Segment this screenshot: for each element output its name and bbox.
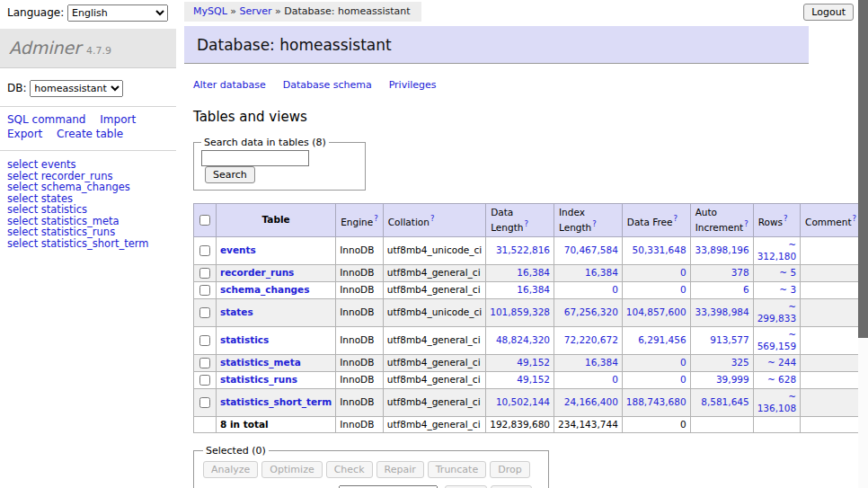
row-checkbox[interactable] — [199, 245, 210, 256]
cell-auto-increment[interactable]: 6 — [690, 281, 753, 298]
move-db-select[interactable]: homeassistant — [339, 485, 438, 488]
table-link-statistics-short-term[interactable]: statistics_short_term — [220, 396, 332, 407]
move-button[interactable]: Move — [445, 485, 488, 488]
breadcrumb-item-server[interactable]: Server — [240, 5, 272, 17]
action-link-alter-database[interactable]: Alter database — [193, 79, 266, 91]
check-button[interactable]: Check — [326, 461, 373, 478]
sidebar-link-sql-command[interactable]: SQL command — [7, 113, 85, 126]
language-select[interactable]: English — [67, 4, 168, 22]
row-checkbox[interactable] — [199, 397, 210, 408]
logout-button[interactable]: Logout — [803, 4, 854, 21]
cell-index-length[interactable]: 0 — [554, 281, 623, 298]
row-checkbox[interactable] — [199, 375, 210, 386]
cell-engine: InnoDB — [336, 298, 384, 326]
cell-rows[interactable]: ~ 299,833 — [753, 298, 800, 326]
sidebar-select-statistics[interactable]: select statistics — [7, 204, 176, 216]
table-link-schema-changes[interactable]: schema_changes — [220, 284, 310, 295]
total-row: 8 in totalInnoDButf8mb4_general_ci192,83… — [194, 416, 862, 432]
cell-auto-increment[interactable]: 8,581,645 — [690, 388, 753, 416]
cell-auto-increment[interactable]: 33,398,984 — [690, 298, 753, 326]
row-checkbox[interactable] — [199, 268, 210, 279]
cell-rows[interactable]: ~ 569,159 — [753, 326, 800, 354]
action-link-privileges[interactable]: Privileges — [389, 79, 437, 91]
table-link-statistics[interactable]: statistics — [220, 334, 269, 345]
row-checkbox[interactable] — [199, 307, 210, 318]
sidebar-select-schema-changes[interactable]: select schema_changes — [7, 182, 176, 193]
cell-rows[interactable]: ~ 5 — [753, 264, 800, 281]
cell-index-length[interactable]: 16,384 — [554, 354, 623, 371]
help-link[interactable]: ? — [853, 214, 857, 223]
help-link[interactable]: ? — [744, 219, 748, 228]
cell-index-length[interactable]: 72,220,672 — [554, 326, 623, 354]
cell-data-length[interactable]: 16,384 — [486, 281, 554, 298]
help-link[interactable]: ? — [784, 214, 788, 223]
cell-rows[interactable]: ~ 312,180 — [753, 236, 800, 264]
cell-data-free[interactable]: 0 — [622, 354, 690, 371]
select-all-checkbox[interactable] — [199, 215, 210, 226]
help-link[interactable]: ? — [374, 214, 378, 223]
cell-auto-increment[interactable]: 913,577 — [690, 326, 753, 354]
scrollbar[interactable] — [858, 0, 868, 488]
cell-auto-increment[interactable]: 325 — [690, 354, 753, 371]
optimize-button[interactable]: Optimize — [261, 461, 322, 478]
table-link-states[interactable]: states — [220, 306, 253, 317]
db-select[interactable]: homeassistant — [30, 80, 123, 97]
row-checkbox[interactable] — [199, 285, 210, 296]
cell-rows[interactable]: ~ 136,108 — [753, 388, 800, 416]
search-input[interactable] — [201, 150, 309, 166]
help-link[interactable]: ? — [592, 219, 597, 228]
cell-index-length[interactable]: 16,384 — [554, 264, 623, 281]
row-checkbox[interactable] — [199, 358, 210, 368]
sidebar-link-import[interactable]: Import — [100, 113, 136, 126]
help-link[interactable]: ? — [524, 219, 528, 228]
repair-button[interactable]: Repair — [376, 461, 424, 478]
cell-data-free[interactable]: 188,743,680 — [622, 388, 690, 416]
cell-data-length[interactable]: 16,384 — [486, 264, 554, 281]
cell-data-length[interactable]: 31,522,816 — [486, 236, 554, 264]
copy-button[interactable]: Copy — [491, 485, 532, 488]
cell-index-length[interactable]: 24,166,400 — [554, 388, 623, 416]
cell-data-free[interactable]: 0 — [622, 371, 690, 388]
sidebar-select-statistics-short-term[interactable]: select statistics_short_term — [7, 238, 176, 250]
table-link-statistics-runs[interactable]: statistics_runs — [220, 374, 297, 385]
sidebar-select-statistics-runs[interactable]: select statistics_runs — [7, 226, 176, 238]
sidebar-select-events[interactable]: select events — [7, 159, 176, 171]
help-link[interactable]: ? — [674, 214, 678, 223]
sidebar-link-create-table[interactable]: Create table — [57, 128, 123, 140]
cell-data-length[interactable]: 10,502,144 — [486, 388, 554, 416]
cell-rows[interactable]: ~ 628 — [753, 371, 800, 388]
cell-data-free[interactable]: 104,857,600 — [622, 298, 690, 326]
cell-comment — [801, 236, 862, 264]
table-link-recorder-runs[interactable]: recorder_runs — [220, 267, 294, 278]
cell-auto-increment[interactable]: 39,999 — [690, 371, 753, 388]
analyze-button[interactable]: Analyze — [203, 461, 258, 478]
breadcrumb-item-mysql[interactable]: MySQL — [193, 5, 227, 17]
search-button[interactable]: Search — [205, 166, 255, 183]
truncate-button[interactable]: Truncate — [428, 461, 486, 478]
cell-rows[interactable]: ~ 3 — [753, 281, 800, 298]
table-link-statistics-meta[interactable]: statistics_meta — [220, 357, 301, 368]
cell-data-length[interactable]: 49,152 — [486, 354, 554, 371]
cell-data-free[interactable]: 0 — [622, 264, 690, 281]
row-checkbox[interactable] — [199, 335, 210, 346]
cell-data-length[interactable]: 48,824,320 — [486, 326, 554, 354]
table-link-events[interactable]: events — [220, 244, 256, 255]
scrollbar-thumb[interactable] — [858, 0, 868, 338]
drop-button[interactable]: Drop — [490, 461, 529, 478]
cell-auto-increment[interactable]: 378 — [690, 264, 753, 281]
cell-data-length[interactable]: 101,859,328 — [486, 298, 554, 326]
cell-collation: utf8mb4_unicode_ci — [383, 298, 485, 326]
cell-data-free[interactable]: 0 — [622, 281, 690, 298]
cell-data-free[interactable]: 6,291,456 — [622, 326, 690, 354]
sidebar-link-export[interactable]: Export — [7, 128, 42, 140]
cell-data-length[interactable]: 49,152 — [486, 371, 554, 388]
cell-auto-increment[interactable]: 33,898,196 — [690, 236, 753, 264]
cell-rows[interactable]: ~ 244 — [753, 354, 800, 371]
cell-index-length[interactable]: 0 — [554, 371, 623, 388]
column-header-comment: Comment? — [801, 204, 862, 237]
action-link-database-schema[interactable]: Database schema — [283, 79, 372, 91]
cell-index-length[interactable]: 67,256,320 — [554, 298, 623, 326]
help-link[interactable]: ? — [430, 214, 435, 223]
cell-data-free[interactable]: 50,331,648 — [622, 236, 690, 264]
cell-index-length[interactable]: 70,467,584 — [554, 236, 623, 264]
